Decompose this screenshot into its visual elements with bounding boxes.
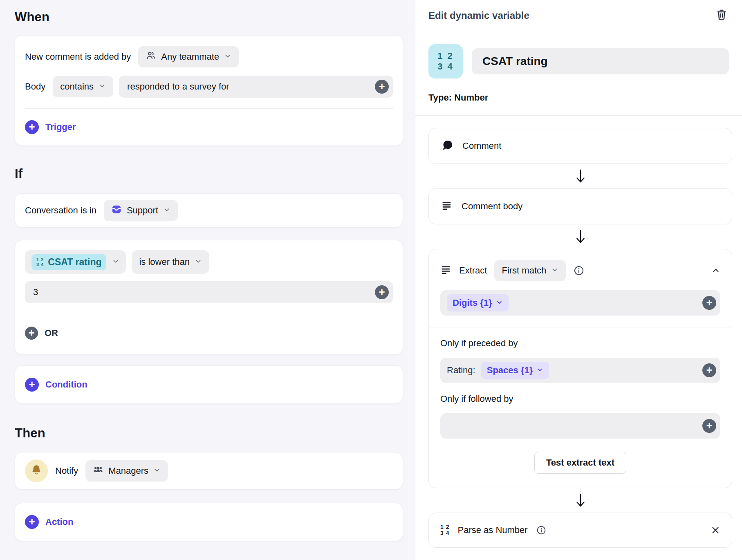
step-comment-body[interactable]: Comment body — [428, 188, 732, 224]
plus-icon — [25, 515, 39, 529]
notify-label: Notify — [55, 466, 78, 476]
comparison-dropdown-label: is lower than — [139, 257, 190, 267]
variable-chip-label: CSAT rating — [48, 257, 101, 268]
trash-icon — [715, 9, 728, 22]
extract-header: Extract First match — [440, 260, 720, 281]
collapse-step-button[interactable] — [711, 266, 720, 275]
steps-section: Comment Comment body — [415, 116, 742, 560]
rule-builder-panel: When New comment is added by Any teammat… — [0, 0, 415, 560]
close-icon — [711, 525, 720, 535]
add-token-button[interactable] — [702, 363, 716, 377]
body-value-field[interactable] — [119, 76, 393, 98]
group-icon — [93, 464, 103, 477]
teammate-dropdown[interactable]: Any teammate — [138, 46, 239, 67]
notify-target-dropdown[interactable]: Managers — [85, 460, 168, 482]
plus-icon — [25, 120, 39, 134]
flow-arrow — [428, 164, 732, 188]
inbox-condition-card: Conversation is in Support — [15, 193, 403, 228]
add-token-button[interactable] — [375, 285, 389, 299]
notify-target-label: Managers — [108, 466, 148, 476]
preceded-by-text: Rating: — [447, 365, 475, 376]
add-condition-button[interactable]: Condition — [15, 365, 403, 404]
csat-condition-row: 1 2 3 4 CSAT rating is lower than — [25, 250, 393, 274]
inbox-dropdown[interactable]: Support — [104, 200, 178, 221]
then-heading: Then — [15, 426, 403, 441]
variable-chip: 1 2 3 4 CSAT rating — [31, 254, 106, 270]
step-parse-number[interactable]: 1 2 3 4 Parse as Number — [428, 513, 732, 548]
extract-label: Extract — [459, 265, 487, 276]
comment-icon — [441, 139, 453, 153]
add-action-button[interactable]: Action — [15, 503, 403, 541]
delete-variable-button[interactable] — [713, 7, 731, 25]
info-icon[interactable] — [536, 525, 547, 535]
test-extract-button[interactable]: Test extract text — [534, 452, 626, 474]
pattern-token-label: Digits {1} — [453, 298, 492, 308]
step-comment-label: Comment — [462, 141, 501, 151]
chevron-down-icon — [224, 52, 231, 62]
or-label: OR — [45, 328, 58, 338]
flow-arrow — [428, 224, 732, 249]
body-label: Body — [25, 81, 45, 92]
when-heading: When — [15, 10, 403, 25]
add-token-button[interactable] — [375, 80, 389, 94]
trigger-card: New comment is added by Any teammate Bod… — [15, 35, 403, 146]
digits-icon: 1 2 3 4 — [440, 524, 449, 536]
remove-step-button[interactable] — [711, 525, 720, 535]
chevron-down-icon — [163, 205, 170, 216]
teammates-icon — [146, 50, 156, 63]
variable-name-input[interactable] — [472, 48, 729, 74]
bell-icon — [30, 464, 43, 478]
step-comment-body-label: Comment body — [462, 201, 522, 212]
body-operator-dropdown[interactable]: contains — [53, 76, 113, 97]
add-action-label: Action — [45, 517, 73, 527]
preceded-by-field[interactable]: Rating: Spaces {1} — [440, 358, 720, 383]
trigger-row-2: Body contains — [25, 76, 393, 98]
chevron-down-icon — [99, 81, 106, 92]
chevron-down-icon — [536, 365, 543, 376]
preceded-token-dropdown[interactable]: Spaces {1} — [481, 362, 549, 379]
chevron-down-icon — [195, 257, 202, 267]
add-trigger-button[interactable]: Trigger — [25, 109, 393, 134]
chevron-up-icon — [711, 266, 720, 275]
body-value-input[interactable] — [127, 81, 368, 92]
arrow-down-icon — [575, 493, 586, 508]
panel-title: Edit dynamic variable — [428, 10, 713, 21]
info-icon[interactable] — [573, 265, 585, 276]
step-comment[interactable]: Comment — [428, 128, 732, 164]
chevron-down-icon — [496, 298, 503, 308]
inbox-icon — [111, 204, 122, 217]
variable-info-section: 1 2 3 4 Type: Number — [415, 31, 742, 116]
preceded-token-label: Spaces {1} — [487, 365, 533, 376]
edit-variable-panel: Edit dynamic variable 1 2 3 4 Type: Numb… — [415, 0, 742, 560]
followed-by-field[interactable] — [440, 413, 720, 439]
text-lines-icon — [441, 200, 453, 213]
add-token-button[interactable] — [702, 296, 716, 310]
extract-pattern-field[interactable]: Digits {1} — [440, 290, 720, 316]
comparison-value-field[interactable] — [25, 281, 393, 303]
comparison-dropdown[interactable]: is lower than — [132, 250, 209, 274]
variable-type-label: Type: Number — [428, 92, 729, 103]
chevron-down-icon — [153, 466, 161, 476]
match-mode-dropdown[interactable]: First match — [494, 260, 566, 281]
add-token-button[interactable] — [702, 419, 716, 433]
arrow-down-icon — [575, 229, 586, 244]
card-divider — [429, 327, 732, 327]
chevron-down-icon — [112, 257, 119, 267]
pattern-token-dropdown[interactable]: Digits {1} — [447, 294, 509, 311]
variable-dropdown[interactable]: 1 2 3 4 CSAT rating — [25, 250, 126, 274]
text-lines-icon — [440, 264, 452, 277]
panel-header: Edit dynamic variable — [415, 0, 742, 31]
inbox-dropdown-label: Support — [127, 205, 158, 216]
notify-avatar — [25, 459, 48, 482]
body-operator-label: contains — [60, 81, 94, 92]
plus-icon — [25, 378, 39, 392]
trigger-row-1: New comment is added by Any teammate — [25, 46, 393, 67]
match-mode-label: First match — [502, 265, 546, 276]
add-or-button[interactable]: OR — [25, 315, 393, 354]
comparison-value-input[interactable] — [33, 287, 368, 298]
variable-name-row: 1 2 3 4 — [428, 44, 729, 78]
number-variable-icon: 1 2 3 4 — [428, 44, 463, 78]
preceded-by-label: Only if preceded by — [440, 338, 720, 349]
teammate-dropdown-label: Any teammate — [161, 52, 219, 62]
add-condition-label: Condition — [45, 379, 87, 390]
